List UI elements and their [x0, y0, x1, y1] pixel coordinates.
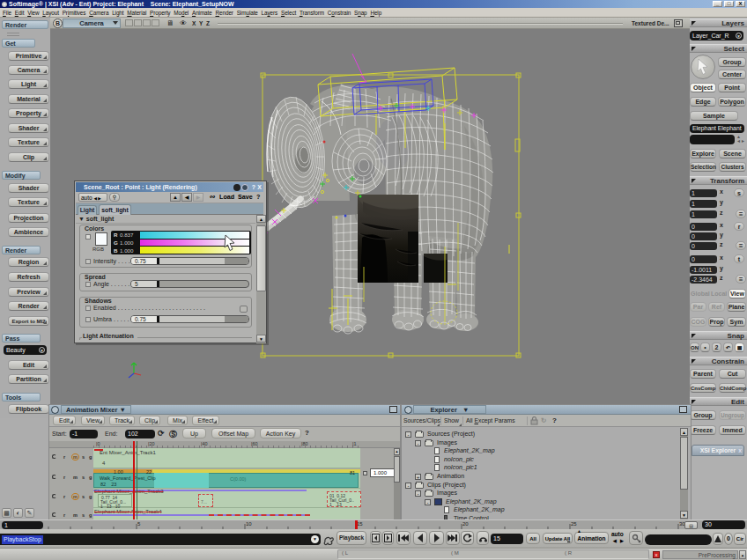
- svg-text:25: 25: [571, 521, 577, 527]
- svg-text:15: 15: [357, 521, 363, 527]
- svg-text:20: 20: [462, 521, 469, 527]
- svg-text:10: 10: [246, 521, 252, 527]
- svg-text:5: 5: [137, 521, 141, 527]
